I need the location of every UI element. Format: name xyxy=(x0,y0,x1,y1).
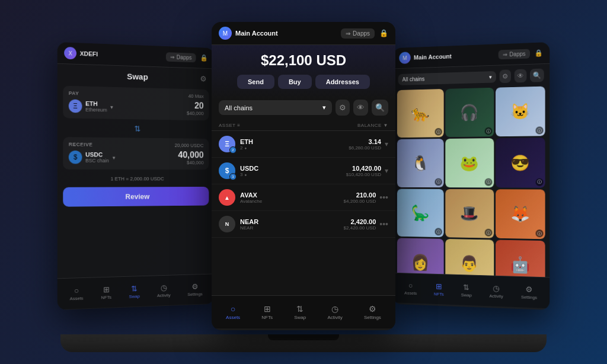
search-icon-button[interactable]: 🔍 xyxy=(372,100,388,116)
assets-header: M Main Account ⇒ Dapps 🔒 xyxy=(212,22,395,45)
nfts-nav-assets[interactable]: ○ Assets xyxy=(400,279,421,298)
nft-chain-dropdown[interactable]: All chains ▾ xyxy=(398,71,496,85)
swap-rate: 1 ETH = 2,000.00 USDC xyxy=(57,173,214,184)
nft-item-woman[interactable]: 😎 ⓘ xyxy=(496,138,545,187)
assets-dapps-button[interactable]: ⇒ Dapps xyxy=(341,28,375,39)
review-button[interactable]: Review xyxy=(63,187,209,207)
asset-row-usdc[interactable]: $ 3 USDC 3 ⬥ 10,420.00 $10,420.00 USD ▾ xyxy=(212,158,395,184)
assets-share-icon: ⇒ xyxy=(346,30,350,37)
assets-nav-nfts[interactable]: ⊞ NFTs xyxy=(257,302,277,323)
pay-token-block: ETH Ethereum xyxy=(85,100,107,113)
nav-settings[interactable]: ⚙ Settings xyxy=(183,280,207,299)
nft-glasses2-img: 👨 xyxy=(446,239,494,277)
chain-filter-row: All chains ▾ ⚙ 👁 🔍 xyxy=(212,100,395,120)
nft-item-fox[interactable]: 🦊 ⓘ xyxy=(496,189,545,239)
avax-asset-icon-wrap: ▲ xyxy=(219,189,235,206)
nft-item-penguin[interactable]: 🐧 ⓘ xyxy=(397,139,444,187)
settings-nav-icon: ⚙ xyxy=(191,282,198,291)
dapps-button[interactable]: ⇒ Dapps xyxy=(166,52,196,62)
nft-item-glasses2[interactable]: 👨 ⓘ xyxy=(446,239,494,277)
balance-actions: Send Buy Addresses xyxy=(221,75,386,89)
nft-item-hatman[interactable]: 🎩 ⓘ xyxy=(446,189,494,238)
pay-label: PAY xyxy=(69,90,79,96)
avax-balance: 210.00 xyxy=(344,191,376,199)
nfts-lock-icon[interactable]: 🔒 xyxy=(535,49,543,58)
avax-more-icon[interactable]: ••• xyxy=(379,193,388,202)
avax-balance-usd: $4,200.00 USD xyxy=(344,199,376,204)
usdc-asset-sub: 3 ⬥ xyxy=(240,172,346,177)
receive-token-block: USDC BSC chain xyxy=(85,151,109,164)
share-icon: ⇒ xyxy=(170,54,174,60)
eth-asset-sub: 2 ⬥ xyxy=(240,145,349,151)
avax-asset-icon: ▲ xyxy=(219,189,235,206)
asset-row-avax[interactable]: ▲ AVAX Avalanche 210.00 $4,200.00 USD ••… xyxy=(212,184,395,211)
near-more-icon[interactable]: ••• xyxy=(379,219,388,229)
assets-nav-assets[interactable]: ○ Assets xyxy=(221,302,245,323)
nft-item-robot[interactable]: 🤖 ⓘ xyxy=(496,240,545,277)
nft-afro-img: 👩 xyxy=(397,238,444,277)
nav-swap[interactable]: ⇅ Swap xyxy=(124,282,144,301)
swap-direction-icon[interactable]: ⇅ xyxy=(135,124,141,133)
pay-chevron-icon[interactable]: ▾ xyxy=(110,104,113,110)
eth-asset-name: ETH xyxy=(240,138,349,145)
pay-token-name: ETH xyxy=(85,100,107,107)
nft-search-button[interactable]: 🔍 xyxy=(530,69,544,82)
assets-nav-settings[interactable]: ⚙ Settings xyxy=(359,302,386,323)
eth-asset-icon-wrap: Ξ 2 xyxy=(219,136,235,152)
receive-usd: $40,000 xyxy=(178,160,203,165)
swap-title: Swap xyxy=(127,72,148,82)
pay-max: 40 Max xyxy=(189,93,204,99)
receive-chevron-icon[interactable]: ▾ xyxy=(112,154,115,160)
nft-chain-chevron-icon: ▾ xyxy=(489,74,492,79)
nft-item-cat[interactable]: 🐱 ⓘ xyxy=(496,87,545,137)
assets-nav-activity[interactable]: ◷ Activity xyxy=(322,302,347,323)
nav-activity[interactable]: ◷ Activity xyxy=(153,281,175,301)
asset-row-eth[interactable]: Ξ 2 ETH 2 ⬥ 3.14 $6,280.00 USD ▾ xyxy=(212,131,395,158)
addresses-button[interactable]: Addresses xyxy=(315,75,370,89)
balance-amount: $22,100 USD xyxy=(221,52,386,69)
nft-item-dino[interactable]: 🦕 ⓘ xyxy=(397,189,444,237)
assets-content: $22,100 USD Send Buy Addresses All chain… xyxy=(212,45,395,295)
nfts-nfts-nav-icon: ⊞ xyxy=(436,282,442,291)
nft-item-headphones[interactable]: 🎧 ⓘ xyxy=(446,88,494,138)
lock-icon[interactable]: 🔒 xyxy=(200,54,208,62)
eye-icon-button[interactable]: 👁 xyxy=(353,100,368,116)
usdc-balance-usd: $10,420.00 USD xyxy=(346,172,381,177)
receive-token-chain: BSC chain xyxy=(85,158,109,163)
nfts-nav-activity[interactable]: ◷ Activity xyxy=(485,281,507,301)
assets-nav-swap[interactable]: ⇅ Swap xyxy=(289,302,311,323)
usdc-expand-icon[interactable]: ▾ xyxy=(385,167,388,175)
filter-icon-button[interactable]: ⚙ xyxy=(336,100,350,116)
pay-section: PAY 40 Max Ξ ETH Ethereum ▾ 20 $40,00 xyxy=(63,86,209,121)
assets-card: M Main Account ⇒ Dapps 🔒 $22,100 USD Sen… xyxy=(212,22,395,330)
asset-row-near[interactable]: N NEAR NEAR 2,420.00 $2,420.00 USD ••• xyxy=(212,211,395,238)
send-button[interactable]: Send xyxy=(237,75,274,89)
buy-button[interactable]: Buy xyxy=(278,75,312,89)
pay-value[interactable]: 20 xyxy=(187,101,204,111)
nft-eye-button[interactable]: 👁 xyxy=(515,69,527,82)
usdc-asset-name: USDC xyxy=(240,165,346,172)
receive-label: RECEIVE xyxy=(69,142,93,148)
nft-item-frog[interactable]: 🐸 ⓘ xyxy=(446,138,494,187)
nft-item-leopard[interactable]: 🐆 ⓘ xyxy=(397,89,444,138)
nav-nfts[interactable]: ⊞ NFTs xyxy=(97,283,116,303)
nfts-account-name: Main Account xyxy=(414,53,452,60)
receive-input-block: 40,000 $40,000 xyxy=(178,150,203,165)
nft-item-afro[interactable]: 👩 ⓘ xyxy=(397,238,444,277)
assets-lock-icon[interactable]: 🔒 xyxy=(379,29,388,37)
nfts-nav-swap[interactable]: ⇅ Swap xyxy=(456,280,476,300)
swap-arrow-row: ⇅ xyxy=(57,122,214,136)
receive-section: RECEIVE 20,000 USDC $ USDC BSC chain ▾ 4… xyxy=(63,137,209,170)
settings-icon[interactable]: ⚙ xyxy=(200,74,207,83)
chain-dropdown[interactable]: All chains ▾ xyxy=(219,100,332,115)
activity-nav-icon: ◷ xyxy=(161,283,167,292)
usdc-asset-info: USDC 3 ⬥ xyxy=(240,165,346,177)
nfts-dapps-button[interactable]: ⇒ Dapps xyxy=(499,49,530,59)
nav-assets[interactable]: ○ Assets xyxy=(65,283,88,304)
nfts-nav-nfts[interactable]: ⊞ NFTs xyxy=(430,280,448,299)
nft-filter-button[interactable]: ⚙ xyxy=(500,69,512,83)
pay-token-info: Ξ ETH Ethereum ▾ xyxy=(69,99,113,113)
nfts-nav-settings[interactable]: ⚙ Settings xyxy=(516,282,541,302)
swap-content: Swap ⚙ PAY 40 Max Ξ ETH Ethereum ▾ xyxy=(57,64,214,279)
eth-expand-icon[interactable]: ▾ xyxy=(385,140,388,148)
